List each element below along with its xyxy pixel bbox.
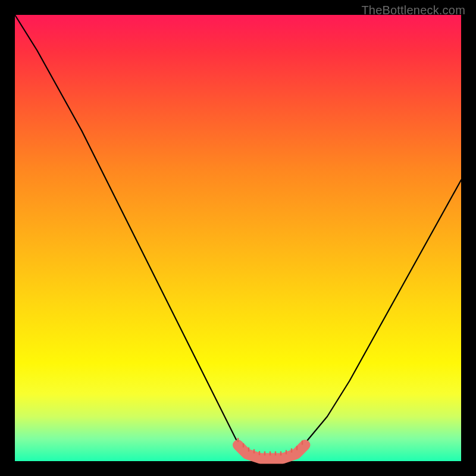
chart-frame: TheBottleneck.com bbox=[0, 0, 476, 476]
optimal-range-highlight bbox=[238, 445, 305, 459]
watermark-text: TheBottleneck.com bbox=[361, 4, 465, 17]
bottleneck-curve bbox=[15, 15, 461, 457]
bottleneck-curve-svg bbox=[15, 15, 461, 461]
plot-area bbox=[15, 15, 461, 461]
